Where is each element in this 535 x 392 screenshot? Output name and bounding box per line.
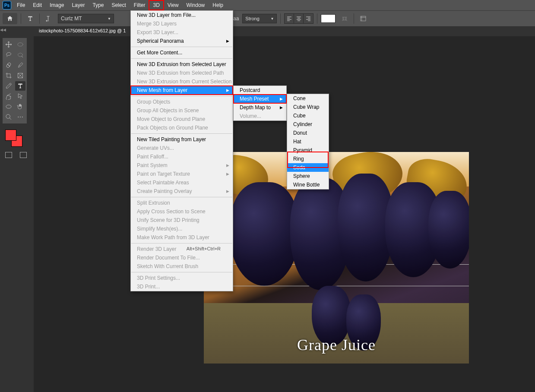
canvas-text-layer[interactable]: Grape Juice (297, 336, 376, 354)
submenu-mesh-preset: ConeCube WrapCubeCylinderDonutHatPyramid… (287, 94, 329, 190)
menuitem-sphere[interactable]: Sphere (287, 172, 329, 180)
crop-tool[interactable] (3, 71, 14, 80)
menu-3d[interactable]: 3D (149, 0, 163, 10)
screenmode-toggle[interactable] (20, 152, 27, 158)
menuitem-get-more-content[interactable]: Get More Content... (131, 48, 233, 57)
svg-point-4 (8, 65, 9, 65)
menuitem-3d-print: 3D Print... (131, 282, 233, 291)
menuitem-pyramid[interactable]: Pyramid (287, 146, 329, 155)
menu-file[interactable]: File (13, 0, 29, 10)
menuitem-group-all-objects-in-scene: Group All Objects in Scene (131, 106, 233, 115)
warp-icon (341, 15, 348, 22)
menu-help[interactable]: Help (209, 0, 227, 10)
menuitem-export-3d-layer: Export 3D Layer... (131, 28, 233, 37)
align-right-button[interactable] (304, 14, 313, 23)
menuitem-postcard[interactable]: Postcard (234, 86, 286, 95)
menu-select[interactable]: Select (108, 0, 130, 10)
type-tool-indicator[interactable] (25, 13, 36, 24)
chevron-down-icon: ▼ (270, 17, 274, 21)
divider (21, 13, 21, 24)
menuitem-spherical-panorama[interactable]: Spherical Panorama (131, 37, 233, 45)
brush-tool[interactable] (15, 60, 25, 70)
menuitem-wine-bottle[interactable]: Wine Bottle (287, 180, 329, 189)
font-family-dropdown[interactable]: Curlz MT ▼ (58, 14, 114, 23)
svg-point-9 (6, 114, 10, 118)
lasso-tool[interactable] (3, 50, 14, 60)
svg-point-2 (18, 53, 23, 57)
document-tab[interactable]: istockphoto-157508834-612x612.jpg @ 1 (34, 27, 131, 36)
marquee-tool[interactable] (15, 40, 25, 49)
color-picker-swatches[interactable] (5, 130, 23, 148)
menuitem-donut[interactable]: Donut (287, 129, 329, 137)
menu-edit[interactable]: Edit (29, 0, 46, 10)
antialias-dropdown[interactable]: Strong ▼ (242, 14, 277, 23)
character-panel-button[interactable] (358, 13, 369, 24)
align-center-button[interactable] (294, 14, 304, 23)
home-button[interactable] (3, 13, 17, 24)
text-color-swatch[interactable] (321, 14, 336, 23)
home-icon (6, 15, 13, 22)
zoom-tool[interactable] (3, 112, 14, 122)
menuitem-cone[interactable]: Cone (287, 94, 329, 103)
hand-tool[interactable] (15, 102, 25, 111)
menuitem-apply-cross-section-to-scene: Apply Cross Section to Scene (131, 207, 233, 216)
menu-3d-dropdown: New 3D Layer from File...Merge 3D Layers… (130, 10, 233, 291)
menu-separator (131, 243, 232, 243)
menu-layer[interactable]: Layer (68, 0, 89, 10)
menuitem-paint-on-target-texture: Paint on Target Texture (131, 170, 233, 178)
edit-toolbar[interactable]: ⋯ (15, 112, 25, 122)
menu-view[interactable]: View (164, 0, 183, 10)
heal-tool[interactable] (3, 60, 14, 70)
hand-icon (17, 103, 24, 110)
menuitem-split-extrusion: Split Extrusion (131, 199, 233, 207)
text-align-group (284, 13, 313, 24)
divider (280, 13, 281, 24)
menu-separator (131, 47, 232, 47)
menuitem-mesh-preset[interactable]: Mesh Preset (234, 95, 286, 103)
menuitem-new-3d-extrusion-from-selected-layer[interactable]: New 3D Extrusion from Selected Layer (131, 60, 233, 69)
menuitem-create-painting-overlay: Create Painting Overlay (131, 187, 233, 196)
warp-text-button[interactable] (339, 13, 350, 24)
menuitem-new-mesh-from-layer[interactable]: New Mesh from Layer (131, 86, 233, 95)
menuitem-sketch-with-current-brush: Sketch With Current Brush (131, 262, 233, 271)
type-icon (27, 15, 34, 22)
quick-select-tool[interactable] (15, 50, 25, 60)
pen-tool[interactable] (3, 92, 14, 101)
menuitem-ring[interactable]: Ring (287, 155, 329, 163)
align-left-button[interactable] (285, 14, 294, 23)
document-canvas[interactable]: Grape Juice (204, 152, 469, 364)
menuitem-new-3d-layer-from-file[interactable]: New 3D Layer from File... (131, 11, 233, 19)
type-icon (17, 82, 24, 89)
menuitem-render-document-to-file: Render Document To File... (131, 253, 233, 262)
menuitem-pack-objects-on-ground-plane: Pack Objects on Ground Plane (131, 123, 233, 132)
menuitem-hat[interactable]: Hat (287, 137, 329, 146)
menuitem-cylinder[interactable]: Cylinder (287, 120, 329, 129)
frame-icon (17, 72, 24, 79)
heal-icon (5, 62, 12, 69)
menuitem-cube[interactable]: Cube (287, 111, 329, 120)
svg-rect-0 (361, 16, 366, 21)
shape-tool[interactable] (3, 102, 14, 111)
path-select-tool[interactable] (15, 92, 25, 101)
menuitem-soda[interactable]: Soda (287, 163, 329, 172)
mask-mode-icons (3, 152, 27, 158)
menuitem-cube-wrap[interactable]: Cube Wrap (287, 103, 329, 111)
orientation-toggle[interactable] (43, 13, 54, 24)
type-tool[interactable] (15, 81, 25, 91)
collapse-toggle[interactable]: ◀◀ (0, 28, 6, 32)
menu-type[interactable]: Type (89, 0, 108, 10)
quickmask-toggle[interactable] (5, 152, 12, 158)
menu-filter[interactable]: Filter (130, 0, 149, 10)
menu-image[interactable]: Image (46, 0, 68, 10)
frame-tool[interactable] (15, 71, 25, 80)
menuitem-new-tiled-painting-from-layer[interactable]: New Tiled Painting from Layer (131, 135, 233, 144)
ellipse-icon (5, 103, 12, 110)
menu-window[interactable]: Window (183, 0, 209, 10)
menu-separator (131, 58, 232, 59)
menuitem-depth-map-to[interactable]: Depth Map to (234, 103, 286, 112)
app-logo: Ps (3, 1, 11, 9)
foreground-color-swatch[interactable] (5, 130, 16, 141)
move-tool[interactable] (3, 40, 14, 49)
eyedropper-tool[interactable] (3, 81, 14, 91)
submenu-new-mesh: PostcardMesh PresetDepth Map toVolume... (233, 85, 287, 121)
